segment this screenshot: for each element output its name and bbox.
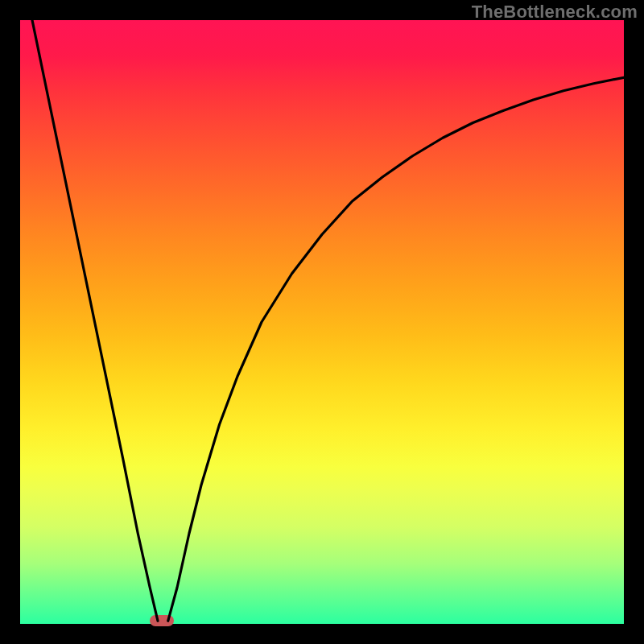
watermark-text: TheBottleneck.com [472,2,638,23]
curve-svg [20,20,624,624]
left-branch-line [32,20,158,621]
right-branch-line [168,77,624,621]
plot-area [20,20,624,624]
chart-container: TheBottleneck.com [0,0,644,644]
